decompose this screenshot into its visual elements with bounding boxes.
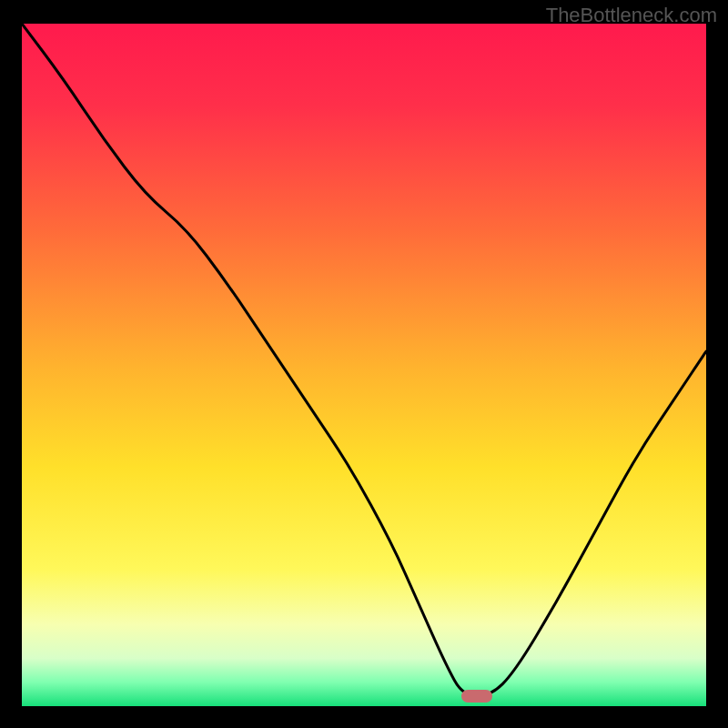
plot-area — [22, 24, 706, 706]
watermark-text: TheBottleneck.com — [546, 4, 717, 27]
optimal-marker — [461, 690, 492, 703]
bottleneck-curve — [22, 24, 706, 706]
